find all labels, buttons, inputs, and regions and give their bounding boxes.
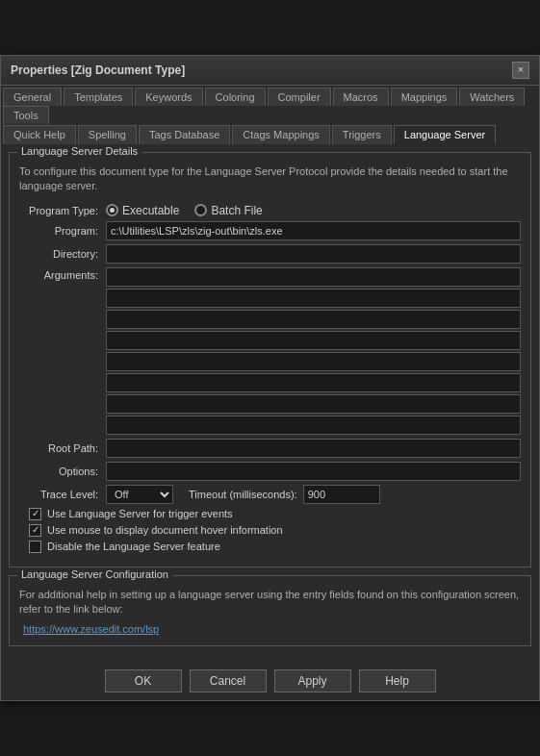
program-label: Program: — [19, 225, 106, 237]
argument-input-6[interactable] — [106, 373, 521, 392]
apply-button[interactable]: Apply — [274, 669, 351, 693]
radio-batch-file-circle[interactable] — [194, 204, 207, 216]
trace-level-label: Trace Level: — [19, 489, 106, 500]
tab-coloring[interactable]: Coloring — [205, 88, 266, 106]
close-button[interactable]: × — [512, 62, 529, 79]
language-server-config-section: Language Server Configuration For additi… — [9, 575, 531, 647]
trace-level-select-wrapper: Off Messages Verbose — [106, 485, 173, 504]
checkbox3-label: Disable the Language Server feature — [47, 541, 220, 552]
content-area: Language Server Details To configure thi… — [1, 144, 539, 663]
tab-language-server[interactable]: Language Server — [394, 125, 496, 144]
details-description: To configure this document type for the … — [19, 164, 521, 194]
trace-timeout-row: Trace Level: Off Messages Verbose Timeou… — [19, 485, 521, 504]
checkbox1-row: Use Language Server for trigger events — [19, 508, 521, 520]
tab-macros[interactable]: Macros — [333, 88, 389, 106]
tabs-row2: Quick Help Spelling Tags Database Ctags … — [1, 124, 539, 144]
radio-executable-label: Executable — [122, 204, 179, 217]
argument-input-3[interactable] — [106, 310, 521, 329]
arguments-label: Arguments: — [19, 267, 106, 281]
directory-row: Directory: — [19, 244, 521, 264]
options-row: Options: — [19, 462, 521, 481]
trace-level-select[interactable]: Off Messages Verbose — [106, 485, 173, 504]
radio-batch-file-label: Batch File — [211, 204, 262, 217]
timeout-label: Timeout (milliseconds): — [189, 489, 297, 500]
tab-ctags-mappings[interactable]: Ctags Mappings — [232, 125, 330, 144]
tab-compiler[interactable]: Compiler — [268, 88, 331, 106]
tab-general[interactable]: General — [3, 88, 62, 106]
details-section-label: Language Server Details — [17, 145, 141, 157]
directory-input[interactable] — [106, 244, 521, 264]
config-link[interactable]: https://www.zeusedit.com/lsp — [19, 623, 159, 635]
checkbox1[interactable] — [29, 508, 41, 520]
cancel-button[interactable]: Cancel — [190, 669, 267, 693]
argument-inputs-container — [106, 267, 521, 435]
argument-input-7[interactable] — [106, 394, 521, 414]
checkbox3-row: Disable the Language Server feature — [19, 541, 521, 553]
checkbox2[interactable] — [29, 524, 41, 537]
timeout-input[interactable] — [303, 485, 380, 504]
tab-spelling[interactable]: Spelling — [78, 125, 137, 144]
checkbox1-label: Use Language Server for trigger events — [47, 508, 233, 519]
tab-watchers[interactable]: Watchers — [459, 88, 525, 106]
tab-tools[interactable]: Tools — [3, 106, 49, 124]
language-server-details-section: Language Server Details To configure thi… — [9, 152, 531, 567]
argument-input-2[interactable] — [106, 289, 521, 308]
radio-executable-circle[interactable] — [106, 204, 118, 216]
root-path-input[interactable] — [106, 439, 521, 458]
program-type-radio-group: Executable Batch File — [106, 204, 521, 217]
arguments-row: Arguments: — [19, 267, 521, 435]
tabs-row1: General Templates Keywords Coloring Comp… — [1, 86, 539, 124]
title-bar: Properties [Zig Document Type] × — [1, 56, 539, 86]
help-button[interactable]: Help — [359, 669, 436, 693]
program-type-row: Program Type: Executable Batch File — [19, 204, 521, 217]
main-dialog: Properties [Zig Document Type] × General… — [0, 55, 540, 702]
tab-mappings[interactable]: Mappings — [391, 88, 458, 106]
program-input[interactable] — [106, 221, 521, 240]
tab-quick-help[interactable]: Quick Help — [3, 125, 76, 144]
tab-keywords[interactable]: Keywords — [135, 88, 202, 106]
argument-input-4[interactable] — [106, 331, 521, 350]
root-path-label: Root Path: — [19, 442, 106, 454]
tab-triggers[interactable]: Triggers — [332, 125, 392, 144]
radio-executable[interactable]: Executable — [106, 204, 179, 217]
checkbox2-row: Use mouse to display document hover info… — [19, 524, 521, 537]
options-input[interactable] — [106, 462, 521, 481]
argument-input-5[interactable] — [106, 352, 521, 371]
argument-input-8[interactable] — [106, 416, 521, 435]
tab-tags-database[interactable]: Tags Database — [139, 125, 230, 144]
config-description: For additional help in setting up a lang… — [19, 588, 521, 617]
directory-label: Directory: — [19, 248, 106, 260]
options-label: Options: — [19, 466, 106, 477]
program-row: Program: — [19, 221, 521, 240]
checkbox3[interactable] — [29, 541, 41, 553]
root-path-row: Root Path: — [19, 439, 521, 458]
ok-button[interactable]: OK — [105, 669, 182, 693]
argument-input-1[interactable] — [106, 267, 521, 287]
tab-container: General Templates Keywords Coloring Comp… — [1, 86, 539, 144]
button-row: OK Cancel Apply Help — [1, 662, 539, 700]
program-type-label: Program Type: — [19, 205, 106, 216]
config-section-label: Language Server Configuration — [17, 568, 172, 580]
dialog-title: Properties [Zig Document Type] — [11, 63, 185, 77]
tab-templates[interactable]: Templates — [64, 88, 133, 106]
radio-batch-file[interactable]: Batch File — [194, 204, 262, 217]
checkbox2-label: Use mouse to display document hover info… — [47, 524, 283, 536]
